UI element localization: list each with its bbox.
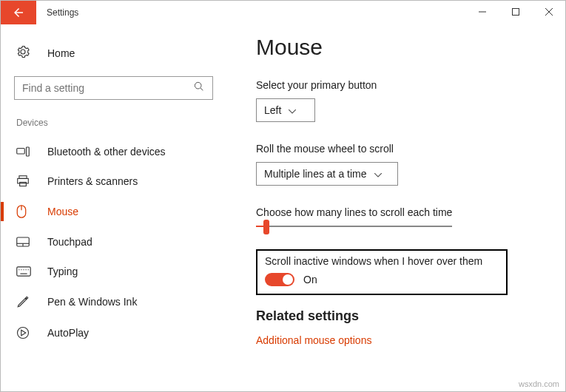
search-icon xyxy=(193,81,205,95)
minimize-button[interactable] xyxy=(465,1,499,23)
svg-line-5 xyxy=(201,88,203,90)
svg-point-21 xyxy=(25,269,26,270)
highlight-box: Scroll inactive windows when I hover ove… xyxy=(256,249,508,295)
svg-point-20 xyxy=(23,269,24,270)
svg-rect-7 xyxy=(27,147,30,156)
sidebar-item-typing[interactable]: Typing xyxy=(1,257,226,286)
close-button[interactable] xyxy=(532,1,565,23)
search-input[interactable] xyxy=(14,76,213,100)
svg-rect-1 xyxy=(512,9,519,16)
svg-point-18 xyxy=(18,269,19,270)
primary-button-dropdown[interactable]: Left xyxy=(256,98,315,122)
printer-icon xyxy=(16,175,33,187)
scroll-wheel-dropdown[interactable]: Multiple lines at a time xyxy=(256,162,398,186)
sidebar-item-label: Printers & scanners xyxy=(47,175,138,187)
slider-thumb[interactable] xyxy=(263,220,269,234)
sidebar: Home Devices Bluetooth & other devices P… xyxy=(1,24,226,391)
page-title: Mouse xyxy=(256,35,540,60)
section-header: Devices xyxy=(1,118,226,137)
sidebar-item-label: Bluetooth & other devices xyxy=(47,146,166,158)
inactive-windows-toggle[interactable] xyxy=(265,273,294,286)
back-arrow-icon xyxy=(12,6,25,19)
back-button[interactable] xyxy=(1,1,36,24)
svg-point-23 xyxy=(18,328,29,339)
home-button[interactable]: Home xyxy=(1,42,226,73)
svg-point-19 xyxy=(21,269,21,270)
related-settings-header: Related settings xyxy=(256,308,540,324)
sidebar-item-label: Touchpad xyxy=(47,236,92,248)
sidebar-item-label: Typing xyxy=(47,266,78,277)
toggle-value: On xyxy=(303,274,317,285)
svg-rect-6 xyxy=(17,149,25,155)
pen-icon xyxy=(16,295,33,308)
gear-icon xyxy=(16,45,33,61)
sidebar-item-printers[interactable]: Printers & scanners xyxy=(1,166,226,196)
mouse-icon xyxy=(16,205,33,218)
sidebar-item-mouse[interactable]: Mouse xyxy=(1,196,226,227)
home-label: Home xyxy=(47,47,75,59)
lines-label: Choose how many lines to scroll each tim… xyxy=(256,206,540,218)
dropdown-value: Left xyxy=(264,104,281,116)
svg-rect-8 xyxy=(19,176,27,179)
sidebar-item-label: Pen & Windows Ink xyxy=(47,296,137,308)
chevron-down-icon xyxy=(289,104,296,117)
sidebar-item-label: AutoPlay xyxy=(47,327,89,339)
primary-button-label: Select your primary button xyxy=(256,79,540,91)
toggle-knob xyxy=(283,274,293,285)
sidebar-item-pen[interactable]: Pen & Windows Ink xyxy=(1,286,226,317)
sidebar-item-touchpad[interactable]: Touchpad xyxy=(1,227,226,257)
dropdown-value: Multiple lines at a time xyxy=(264,168,367,180)
additional-mouse-options-link[interactable]: Additional mouse options xyxy=(256,334,540,346)
keyboard-icon xyxy=(16,266,33,277)
main-pane: Mouse Select your primary button Left Ro… xyxy=(226,24,565,391)
devices-icon xyxy=(16,146,33,157)
sidebar-item-label: Mouse xyxy=(47,206,78,217)
search-field[interactable] xyxy=(22,82,193,94)
scroll-wheel-label: Roll the mouse wheel to scroll xyxy=(256,143,540,155)
lines-slider[interactable] xyxy=(256,226,452,227)
inactive-windows-label: Scroll inactive windows when I hover ove… xyxy=(265,255,499,267)
autoplay-icon xyxy=(16,326,33,339)
window-controls xyxy=(465,1,565,23)
window-title: Settings xyxy=(47,7,78,18)
titlebar: Settings xyxy=(1,1,565,24)
svg-point-22 xyxy=(28,269,29,270)
touchpad-icon xyxy=(16,237,33,247)
svg-rect-10 xyxy=(20,182,27,186)
svg-rect-16 xyxy=(17,267,30,276)
watermark: wsxdn.com xyxy=(519,379,559,388)
svg-point-4 xyxy=(195,82,201,89)
sidebar-item-bluetooth[interactable]: Bluetooth & other devices xyxy=(1,137,226,166)
sidebar-item-autoplay[interactable]: AutoPlay xyxy=(1,317,226,348)
chevron-down-icon xyxy=(374,167,382,180)
maximize-button[interactable] xyxy=(499,1,532,23)
